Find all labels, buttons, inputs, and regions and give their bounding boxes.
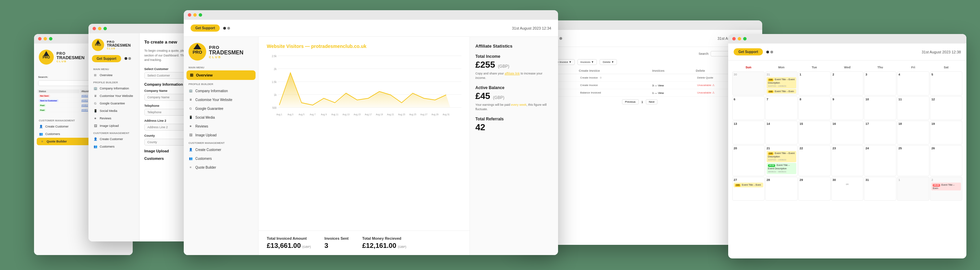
cal-cell-26[interactable]: 26	[930, 145, 962, 176]
cal-cell-3[interactable]: 3	[864, 71, 896, 95]
get-support-button-2[interactable]: Get Support	[92, 55, 121, 62]
cal-cell-28[interactable]: 28	[765, 177, 798, 201]
sidebar-item-customers-2[interactable]: 👥 Customers	[89, 143, 139, 150]
fullscreen-dot[interactable]	[103, 27, 107, 30]
fullscreen-dot[interactable]	[49, 37, 52, 40]
sidebar-item-reviews-2[interactable]: ★ Reviews	[89, 114, 139, 122]
cal-date: 23	[833, 146, 862, 150]
people-icon-3: 👥	[189, 156, 192, 160]
cal-cell-next-1[interactable]: 1	[897, 177, 929, 201]
next-page-btn[interactable]: Next	[646, 99, 657, 105]
cal-cell-prev-30[interactable]: 30	[732, 71, 765, 95]
cal-event-w5[interactable]: 100 Event Title – Even	[733, 183, 763, 187]
sidebar-item-create-customer-2[interactable]: 👤 Create Customer	[89, 135, 139, 143]
sidebar-item-overview-3[interactable]: ⊞ Overview	[186, 70, 256, 80]
get-support-button-5[interactable]: Get Support	[733, 48, 763, 56]
delete-button[interactable]: Delete ▼	[600, 59, 617, 65]
cal-cell-7[interactable]: 7	[765, 96, 798, 120]
fullscreen-dot-5[interactable]	[743, 37, 746, 40]
close-dot[interactable]	[92, 27, 96, 30]
sidebar-item-social-2[interactable]: 📱 Social Media	[89, 107, 139, 114]
sidebar-item-quote-builder-3[interactable]: ≡ Quote Builder	[184, 163, 258, 172]
sidebar-item-overview-2[interactable]: ⊞ Overview	[89, 71, 139, 79]
cal-cell-13[interactable]: 13	[732, 121, 765, 145]
cal-date: 31	[767, 73, 796, 76]
fullscreen-dot[interactable]	[199, 13, 202, 17]
cal-cell-14[interactable]: 14	[765, 121, 798, 145]
number-link[interactable]: #0002	[81, 104, 88, 106]
cal-cell-next-2[interactable]: 2 19:22 Event Title – Even	[930, 177, 962, 201]
day-header-thu: Thu	[864, 65, 896, 70]
create-invoice-btn-2[interactable]: Create Invoice	[579, 83, 599, 87]
sidebar-item-image-3[interactable]: 🖼 Image Upload	[184, 130, 258, 140]
cal-cell-1[interactable]: 1	[798, 71, 830, 95]
sidebar-item-company-info-3[interactable]: 🏢 Company Information	[184, 86, 258, 95]
minimize-dot[interactable]	[98, 27, 102, 30]
sidebar-item-google-2[interactable]: G Google Guarantee	[89, 100, 139, 107]
col-create-invoice: Create Invoice	[577, 68, 650, 74]
number-link[interactable]: #0002	[81, 95, 88, 97]
sidebar-item-company-info-2[interactable]: 🏢 Company Information	[89, 85, 139, 92]
prev-page-btn[interactable]: Previous	[622, 99, 639, 105]
cal-cell-6[interactable]: 6	[732, 96, 765, 120]
cal-cell-20[interactable]: 20	[732, 145, 765, 176]
every-week-text: every week	[511, 103, 527, 106]
cal-cell-23[interactable]: 23	[831, 145, 864, 176]
cal-cell-30[interactable]: 30 on	[831, 177, 864, 201]
sidebar-item-customise-3[interactable]: 🖥 Customise Your Website	[184, 95, 258, 104]
cal-cell-27[interactable]: 27 100 Event Title – Even	[732, 177, 765, 201]
cal-cell-17[interactable]: 17	[864, 121, 896, 145]
close-dot[interactable]	[38, 37, 41, 40]
get-support-button-3[interactable]: Get Support	[191, 24, 220, 32]
cal-cell-12[interactable]: 12	[930, 96, 962, 120]
sidebar-item-customers-3[interactable]: 👥 Customers	[184, 154, 258, 163]
number-link[interactable]: #0001	[81, 109, 88, 111]
minimize-dot[interactable]	[193, 13, 197, 17]
cal-cell-prev-31[interactable]: 31 100 Event Title – Event Description 3…	[765, 71, 798, 95]
event-title-2: Event Title – Even	[775, 90, 794, 92]
cal-event-w4-1[interactable]: 100 Event Title – Event Description 31/0…	[767, 151, 796, 162]
cal-cell-22[interactable]: 22	[798, 145, 830, 176]
svg-text:Aug 31: Aug 31	[443, 113, 450, 116]
sidebar-item-social-3[interactable]: 📱 Social Media	[184, 113, 258, 122]
cal-cell-29[interactable]: 29	[798, 177, 830, 201]
cal-cell-16[interactable]: 16	[831, 121, 864, 145]
minimize-dot-5[interactable]	[738, 37, 741, 40]
delete-quote-btn-1[interactable]: Delete Quote	[696, 76, 714, 79]
close-dot-5[interactable]	[732, 37, 736, 40]
sidebar-item-google-3[interactable]: G Google Guarantee	[184, 104, 258, 113]
cal-cell-11[interactable]: 11	[897, 96, 929, 120]
invoices-dropdown[interactable]: Invoices ▼	[578, 59, 597, 65]
sidebar-item-customise-2[interactable]: 🖥 Customise Your Website	[89, 92, 139, 100]
cal-cell-15[interactable]: 15	[798, 121, 830, 145]
cal-cell-19[interactable]: 19	[930, 121, 962, 145]
cal-cell-10[interactable]: 10	[864, 96, 896, 120]
cal-event-next-2[interactable]: 19:22 Event Title – Even	[931, 183, 961, 191]
balance-invoiced-btn-3[interactable]: Balance Invoiced	[579, 91, 602, 95]
cal-event-w4-2[interactable]: 19:22 Event Title – Event Description 08…	[767, 163, 796, 174]
cal-date: 5	[931, 73, 961, 76]
cal-date: 1	[898, 178, 928, 182]
cal-cell-2[interactable]: 2	[831, 71, 864, 95]
cal-event-2[interactable]: 100 Event Title – Even	[767, 89, 796, 94]
sidebar-item-reviews-3[interactable]: ★ Reviews	[184, 122, 258, 130]
cal-cell-8[interactable]: 8	[798, 96, 830, 120]
affiliate-link[interactable]: affiliate link	[504, 72, 520, 75]
create-invoice-btn-1[interactable]: Create Invoice	[579, 76, 599, 79]
cal-event[interactable]: 100 Event Title – Event Description 31/0…	[767, 77, 796, 88]
svg-text:Aug 25: Aug 25	[409, 113, 417, 116]
cal-cell-18[interactable]: 18	[897, 121, 929, 145]
cal-cell-5[interactable]: 5	[930, 71, 962, 95]
number-link[interactable]: #0002	[81, 99, 88, 102]
cal-cell-25[interactable]: 25	[897, 145, 929, 176]
sidebar-item-create-customer-3[interactable]: 👤 Create Customer	[184, 145, 258, 154]
header-left-5: Get Support	[733, 48, 773, 56]
minimize-dot[interactable]	[43, 37, 47, 40]
cal-cell-24[interactable]: 24	[864, 145, 896, 176]
cal-cell-31[interactable]: 31	[864, 177, 896, 201]
sidebar-item-image-2[interactable]: 🖼 Image Upload	[89, 122, 139, 130]
close-dot[interactable]	[188, 13, 191, 17]
cal-cell-9[interactable]: 9	[831, 96, 864, 120]
cal-cell-21[interactable]: 21 100 Event Title – Event Description 3…	[765, 145, 798, 176]
cal-cell-4[interactable]: 4	[897, 71, 929, 95]
